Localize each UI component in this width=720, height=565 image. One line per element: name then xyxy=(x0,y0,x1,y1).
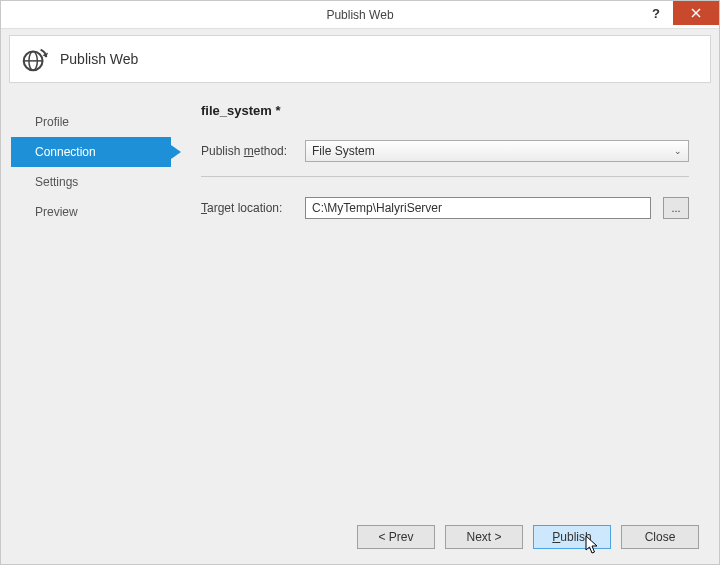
sidebar-item-preview[interactable]: Preview xyxy=(11,197,171,227)
globe-publish-icon xyxy=(20,44,50,74)
publish-method-row: Publish method: File System ⌄ xyxy=(201,140,689,162)
target-location-label: Target location: xyxy=(201,201,293,215)
browse-button[interactable]: ... xyxy=(663,197,689,219)
sidebar-item-profile[interactable]: Profile xyxy=(11,107,171,137)
footer-buttons: < Prev Next > Publish Close xyxy=(1,510,719,564)
next-button[interactable]: Next > xyxy=(445,525,523,549)
sidebar-item-connection[interactable]: Connection xyxy=(11,137,171,167)
content-area: Profile Connection Settings Preview file… xyxy=(1,83,719,510)
help-button[interactable]: ? xyxy=(639,1,673,25)
sidebar-item-settings[interactable]: Settings xyxy=(11,167,171,197)
header-band: Publish Web xyxy=(9,35,711,83)
profile-name-label: file_system * xyxy=(201,103,689,118)
titlebar-buttons: ? xyxy=(639,1,719,25)
sidebar-item-label: Profile xyxy=(35,115,69,129)
close-dialog-button[interactable]: Close xyxy=(621,525,699,549)
prev-button[interactable]: < Prev xyxy=(357,525,435,549)
target-location-input[interactable] xyxy=(305,197,651,219)
separator xyxy=(201,176,689,177)
publish-method-label: Publish method: xyxy=(201,144,293,158)
chevron-down-icon: ⌄ xyxy=(674,146,682,156)
titlebar: Publish Web ? xyxy=(1,1,719,29)
window-title: Publish Web xyxy=(326,8,393,22)
wizard-sidebar: Profile Connection Settings Preview xyxy=(11,97,171,510)
header-title: Publish Web xyxy=(60,51,138,67)
publish-button[interactable]: Publish xyxy=(533,525,611,549)
main-panel: file_system * Publish method: File Syste… xyxy=(171,97,709,510)
publish-method-value: File System xyxy=(312,144,375,158)
sidebar-item-label: Connection xyxy=(35,145,96,159)
sidebar-item-label: Settings xyxy=(35,175,78,189)
publish-web-dialog: Publish Web ? Publish Web Profile xyxy=(0,0,720,565)
close-button[interactable] xyxy=(673,1,719,25)
close-icon xyxy=(691,8,701,18)
target-location-row: Target location: ... xyxy=(201,197,689,219)
publish-method-select[interactable]: File System ⌄ xyxy=(305,140,689,162)
sidebar-item-label: Preview xyxy=(35,205,78,219)
